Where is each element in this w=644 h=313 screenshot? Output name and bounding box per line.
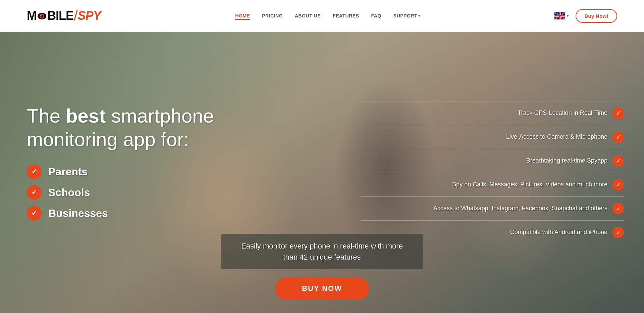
feature-check-icon: ✓: [612, 131, 624, 143]
feature-check-icon: ✓: [612, 203, 624, 214]
language-selector[interactable]: ▾: [554, 12, 569, 19]
list-item: ✓ Schools: [27, 185, 327, 200]
nav-support[interactable]: SUPPORT: [393, 13, 417, 18]
feature-check-icon: ✓: [612, 179, 624, 190]
language-arrow-icon: ▾: [567, 14, 569, 18]
feature-check-icon: ✓: [612, 107, 624, 119]
logo-bile-text: BILE: [47, 9, 73, 23]
feature-text: Access to Whatsapp, Instagram, Facebook,…: [433, 205, 607, 212]
hero-left-panel: The best smartphone monitoring app for: …: [0, 32, 354, 313]
list-item-label: Parents: [48, 166, 88, 178]
hero-headline-bold: best: [66, 105, 106, 127]
main-nav: HOME PRICING ABOUT US FEATURES FAQ SUPPO…: [235, 13, 420, 19]
nav-about[interactable]: ABOUT US: [295, 13, 321, 18]
list-item: ✓ Businesses: [27, 206, 327, 221]
feature-check-icon: ✓: [612, 227, 624, 238]
feature-text: Spy on Calls, Messages, Pictures, Videos…: [452, 181, 607, 188]
hero-audience-list: ✓ Parents ✓ Schools ✓ Businesses: [27, 164, 327, 221]
hero-headline: The best smartphone monitoring app for:: [27, 104, 327, 151]
hero-content: The best smartphone monitoring app for: …: [0, 32, 644, 313]
feature-item: Access to Whatsapp, Instagram, Facebook,…: [361, 197, 624, 221]
hero-buy-now-button[interactable]: BUY NOW: [275, 277, 369, 300]
logo-slash: /: [74, 8, 77, 24]
header: M BILE / SPY HOME PRICING ABOUT US FEATU…: [0, 0, 644, 32]
hero-right-panel: Track GPS-Location in Real-Time ✓ Live-A…: [354, 32, 644, 313]
header-buy-now-button[interactable]: Buy Now!: [576, 9, 617, 23]
logo-mobile-text: M: [27, 9, 37, 23]
feature-text: Breathtaking real-time Spyapp: [526, 157, 607, 164]
feature-check-icon: ✓: [612, 155, 624, 167]
header-right: ▾ Buy Now!: [554, 9, 617, 23]
logo[interactable]: M BILE / SPY: [27, 8, 101, 24]
nav-faq[interactable]: FAQ: [371, 13, 381, 18]
logo-eye-icon: [37, 12, 47, 20]
svg-point-3: [40, 15, 42, 16]
feature-item: Breathtaking real-time Spyapp ✓: [361, 149, 624, 173]
hero-section: The best smartphone monitoring app for: …: [0, 32, 644, 313]
feature-text: Compatible with Android and iPhone: [510, 229, 607, 236]
feature-item: Track GPS-Location in Real-Time ✓: [361, 101, 624, 125]
feature-text: Track GPS-Location in Real-Time: [518, 109, 607, 117]
list-item: ✓ Parents: [27, 164, 327, 179]
hero-subtitle: Easily monitor every phone in real-time …: [235, 240, 409, 263]
check-icon: ✓: [27, 164, 42, 179]
nav-pricing[interactable]: PRICING: [262, 13, 283, 18]
nav-home[interactable]: HOME: [235, 13, 250, 20]
list-item-label: Businesses: [48, 207, 108, 220]
uk-flag-icon: [554, 12, 565, 19]
feature-item: Live-Access to Camera & Microphone ✓: [361, 125, 624, 149]
hero-subtitle-block: Easily monitor every phone in real-time …: [221, 234, 423, 269]
nav-features[interactable]: FEATURES: [333, 13, 359, 18]
feature-item: Spy on Calls, Messages, Pictures, Videos…: [361, 173, 624, 197]
feature-text: Live-Access to Camera & Microphone: [506, 133, 607, 140]
check-icon: ✓: [27, 185, 42, 200]
list-item-label: Schools: [48, 186, 90, 199]
check-icon: ✓: [27, 206, 42, 221]
logo-spy-text: SPY: [78, 9, 101, 23]
